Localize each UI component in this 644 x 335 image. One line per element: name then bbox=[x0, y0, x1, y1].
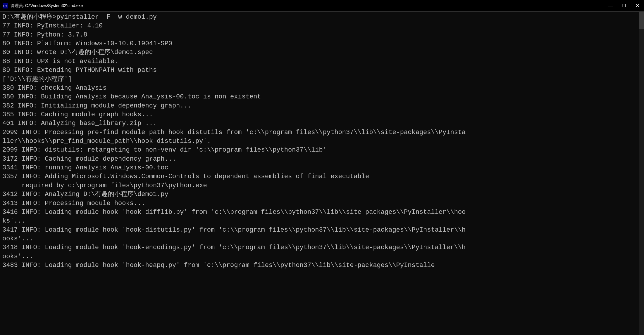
titlebar: C:\ 管理员: C:\Windows\System32\cmd.exe — ☐… bbox=[0, 0, 644, 12]
titlebar-controls: — ☐ ✕ bbox=[604, 0, 644, 12]
cmd-window: C:\ 管理员: C:\Windows\System32\cmd.exe — ☐… bbox=[0, 0, 644, 335]
maximize-button[interactable]: ☐ bbox=[617, 0, 631, 12]
minimize-button[interactable]: — bbox=[604, 0, 617, 12]
titlebar-left: C:\ 管理员: C:\Windows\System32\cmd.exe bbox=[2, 3, 83, 9]
scrollbar[interactable] bbox=[639, 12, 644, 335]
terminal-content: D:\有趣的小程序>pyinstaller -F -w demo1.py 77 … bbox=[2, 13, 642, 270]
window-title: 管理员: C:\Windows\System32\cmd.exe bbox=[11, 3, 83, 8]
cmd-icon: C:\ bbox=[2, 3, 8, 9]
svg-text:C:\: C:\ bbox=[3, 4, 7, 8]
terminal-body[interactable]: D:\有趣的小程序>pyinstaller -F -w demo1.py 77 … bbox=[0, 12, 644, 335]
scrollbar-thumb[interactable] bbox=[639, 12, 644, 29]
close-button[interactable]: ✕ bbox=[631, 0, 644, 12]
